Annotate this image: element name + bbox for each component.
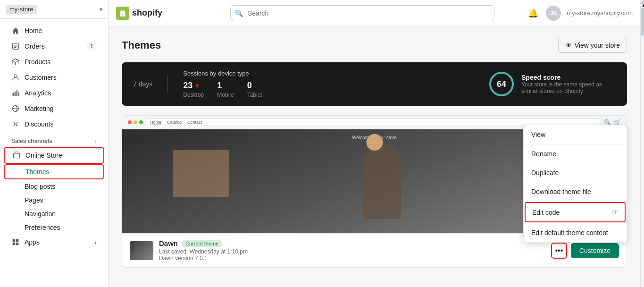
speed-circle: 64 (489, 72, 514, 96)
sidebar: my-store ▾ Home Orders 1 Products (0, 0, 109, 287)
scrollbar-top-arrow: ▲ (641, 1, 644, 5)
mobile-label: Mobile (217, 92, 234, 98)
sidebar-item-apps[interactable]: Apps › (4, 235, 104, 250)
sidebar-item-online-store[interactable]: Online Store (4, 147, 104, 164)
sidebar-item-label: Home (25, 27, 42, 34)
mobile-stat: 1 Mobile (217, 81, 234, 98)
expand-icon[interactable]: › (95, 138, 97, 144)
store-selector[interactable]: my-store ▾ (0, 0, 108, 19)
svg-rect-10 (13, 239, 16, 242)
sidebar-item-preferences[interactable]: Preferences (4, 221, 104, 234)
preferences-label: Preferences (25, 224, 60, 231)
sidebar-item-blog-posts[interactable]: Blog posts (4, 180, 104, 193)
online-store-sub-items: Themes Blog posts Pages Navigation Prefe… (0, 164, 108, 234)
theme-meta: Dawn Current theme Last saved: Wednesday… (159, 239, 545, 262)
theme-thumbnail-img (130, 241, 153, 260)
desktop-label: Desktop (183, 92, 204, 98)
sidebar-item-customers[interactable]: Customers (4, 70, 104, 85)
speed-desc: Your store is the same speed as similar … (521, 81, 616, 94)
shopify-bag-icon (116, 7, 129, 20)
svg-rect-9 (14, 153, 20, 158)
stats-divider-2 (474, 75, 474, 93)
online-store-label: Online Store (25, 152, 62, 159)
theme-version: Dawn version 7.0.1 (159, 255, 545, 262)
tablet-value: 0 (247, 81, 262, 91)
avatar[interactable]: JB (546, 6, 561, 21)
stats-bar: 7 days Sessions by device type 23 ▼ Desk… (122, 62, 627, 106)
analytics-icon (11, 89, 20, 97)
dropdown-item-edit-code[interactable]: Edit code ☞ (525, 202, 626, 222)
chevron-down-icon: ▾ (100, 6, 102, 13)
dropdown-rename-label: Rename (531, 150, 556, 158)
sidebar-item-home[interactable]: Home (4, 23, 104, 38)
marketing-icon (11, 104, 20, 113)
theme-area: Home Catalog Contact 🔍 🛒 Welcome to our … (122, 115, 627, 268)
customize-button[interactable]: Customize (571, 243, 619, 258)
search-icon: 🔍 (235, 9, 243, 17)
notifications-button[interactable]: 🔔 (526, 6, 540, 20)
person-figure (363, 144, 401, 219)
dropdown-item-edit-default[interactable]: Edit default theme content (524, 223, 627, 242)
shopify-logo-text: shopify (132, 8, 162, 18)
topbar-actions: 🔔 JB my-store.myshopify.com (526, 6, 633, 21)
tablet-stat: 0 Tablet (247, 81, 262, 98)
sidebar-nav: Home Orders 1 Products Customers (0, 19, 108, 254)
desktop-stat: 23 ▼ Desktop (183, 81, 204, 98)
svg-rect-2 (13, 93, 14, 96)
store-selector-name: my-store (6, 5, 37, 14)
dropdown-view-label: View (531, 131, 545, 138)
svg-rect-3 (15, 92, 16, 96)
main-content: shopify 🔍 🔔 JB my-store.myshopify.com Th… (109, 0, 640, 287)
desktop-value: 23 ▼ (183, 81, 204, 91)
svg-rect-12 (13, 243, 16, 245)
svg-point-7 (14, 122, 15, 124)
dropdown-item-duplicate[interactable]: Duplicate (524, 163, 627, 182)
three-dots-button[interactable]: ••• (551, 243, 567, 259)
svg-rect-5 (18, 92, 19, 96)
svg-rect-4 (17, 90, 17, 96)
browser-dot-minimize (134, 120, 137, 124)
nav-catalog: Catalog (167, 120, 182, 125)
page-header: Themes 👁 View your store (122, 38, 627, 53)
speed-section: 64 Speed score Your store is the same sp… (489, 72, 616, 96)
sidebar-item-label: Discounts (25, 120, 53, 128)
sidebar-item-label: Analytics (25, 89, 51, 97)
search-bar: 🔍 (230, 5, 494, 21)
search-input[interactable] (230, 5, 494, 21)
apps-label: Apps (25, 238, 40, 246)
dropdown-item-rename[interactable]: Rename (524, 144, 627, 163)
sidebar-item-navigation[interactable]: Navigation (4, 207, 104, 220)
sidebar-item-marketing[interactable]: Marketing (4, 101, 104, 116)
scrollbar-thumb[interactable] (641, 8, 644, 36)
sidebar-item-pages[interactable]: Pages (4, 194, 104, 207)
nav-home: Home (150, 120, 161, 125)
theme-last-saved: Last saved: Wednesday at 1:10 pm (159, 248, 545, 255)
sales-channels-section: Sales channels › (4, 132, 104, 146)
right-scrollbar[interactable]: ▲ (640, 0, 644, 287)
sidebar-item-discounts[interactable]: Discounts (4, 117, 104, 132)
view-store-button[interactable]: 👁 View your store (558, 38, 627, 53)
theme-actions: ••• Customize (551, 243, 619, 259)
sidebar-item-products[interactable]: Products (4, 54, 104, 69)
dropdown-item-view[interactable]: View (524, 125, 627, 144)
sidebar-item-orders[interactable]: Orders 1 (4, 39, 104, 54)
shopify-logo: shopify (116, 7, 225, 20)
orders-icon (11, 42, 20, 51)
blog-posts-label: Blog posts (25, 183, 55, 190)
stats-sessions: Sessions by device type 23 ▼ Desktop 1 M… (183, 70, 459, 98)
speed-value: 64 (497, 79, 506, 89)
theme-name: Dawn (159, 239, 178, 247)
sidebar-item-label: Orders (25, 42, 45, 50)
sidebar-item-themes[interactable]: Themes (4, 164, 104, 179)
sidebar-item-analytics[interactable]: Analytics (4, 85, 104, 101)
apps-expand-icon: › (94, 238, 97, 246)
home-icon (11, 26, 20, 35)
customers-icon (11, 73, 20, 82)
person-figure-container (356, 144, 393, 219)
discounts-icon (11, 120, 20, 128)
dropdown-edit-code-label: Edit code (532, 209, 560, 216)
down-arrow-icon: ▼ (194, 83, 200, 89)
dropdown-item-download[interactable]: Download theme file (524, 182, 627, 201)
topbar: shopify 🔍 🔔 JB my-store.myshopify.com (109, 0, 640, 26)
nav-contact: Contact (187, 120, 202, 125)
